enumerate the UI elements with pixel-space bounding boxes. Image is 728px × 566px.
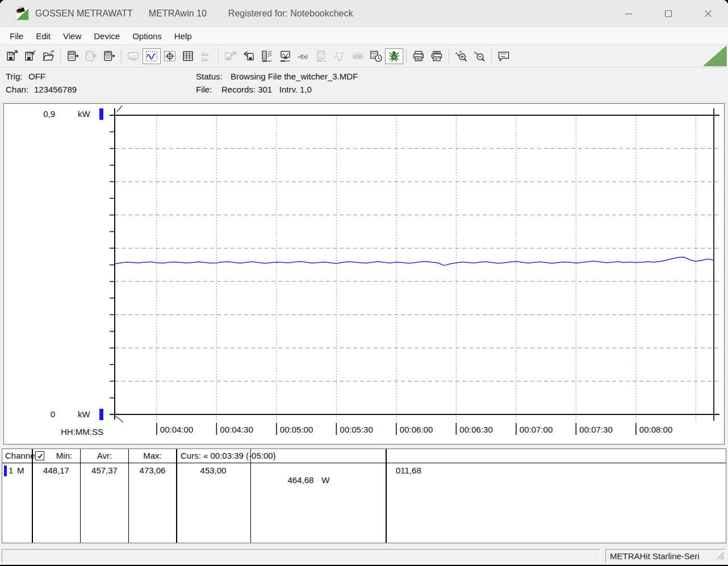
toolbar-separator <box>406 49 407 63</box>
status-label: Status: <box>196 72 223 81</box>
svg-text:00:07:00: 00:07:00 <box>520 425 553 434</box>
registered-for-text: Registered for: Notebookcheck <box>228 9 353 19</box>
col-header-min: Min: <box>48 451 81 460</box>
view-numeric-button: 1257 <box>124 48 143 64</box>
device-setup-button <box>312 48 330 64</box>
window-controls <box>609 0 728 27</box>
date-time-button[interactable]: 12 <box>367 48 385 64</box>
maximize-button[interactable] <box>648 0 688 27</box>
app-window: GOSSEN METRAWATT METRAwin 10 Registered … <box>0 0 728 565</box>
menu-item-view[interactable]: View <box>57 29 87 43</box>
formula-editor-button[interactable]: =f(x) <box>294 48 312 64</box>
col-header-cursor: Curs: « 00:03:39 (-05:00) <box>181 451 276 460</box>
row-cursor1-value: 453,00 <box>176 466 250 475</box>
close-button[interactable] <box>688 0 728 27</box>
row-channel-number: 1 <box>9 466 13 475</box>
resize-grip[interactable] <box>716 551 725 561</box>
svg-text:00:06:00: 00:06:00 <box>400 425 433 434</box>
svg-text:00:04:30: 00:04:30 <box>220 425 253 434</box>
save-button[interactable] <box>21 48 39 64</box>
toolbar-separator <box>60 49 61 63</box>
svg-text:00:05:00: 00:05:00 <box>280 425 313 434</box>
statusbar-device-panel: METRAHit Starline-Seri <box>605 549 726 563</box>
status-value: Browsing File the_witcher_3.MDF <box>231 72 358 81</box>
channels-setup-button[interactable] <box>258 48 276 64</box>
disconnect-device-button <box>82 48 100 64</box>
channel-visible-checkbox[interactable] <box>35 451 44 460</box>
minimize-button[interactable] <box>609 0 648 27</box>
statusbar: METRAHit Starline-Seri <box>0 547 728 565</box>
debug-monitor-button[interactable] <box>385 48 403 64</box>
chart-panel: 0,9 kW 0 kW HH:MM:SS 00:04:0000:04:3000:… <box>3 103 725 445</box>
svg-text:00:06:30: 00:06:30 <box>459 425 492 434</box>
menu-item-help[interactable]: Help <box>168 29 198 43</box>
view-histogram-button <box>197 48 215 64</box>
toolbar-separator <box>491 49 492 63</box>
save-as-button[interactable] <box>3 48 21 64</box>
channels-value: 123456789 <box>34 85 77 94</box>
view-xy-chart-button[interactable] <box>161 48 179 64</box>
svg-text:00:05:30: 00:05:30 <box>340 425 373 434</box>
view-yt-chart-button[interactable] <box>143 48 161 64</box>
svg-text:00:08:00: 00:08:00 <box>639 425 672 434</box>
toolbar-separator <box>121 49 122 63</box>
product-title: METRAwin 10 <box>149 9 207 19</box>
print-report-button[interactable] <box>428 48 446 64</box>
chart-plot[interactable]: 00:04:0000:04:3000:05:0000:05:3000:06:00… <box>4 104 723 443</box>
brand-triangle-logo <box>703 45 727 69</box>
col-header-channel: Channel: <box>5 451 39 460</box>
row-cursor2-unit: W <box>321 475 329 485</box>
col-header-avr: Avr: <box>80 451 129 460</box>
import-data-button[interactable] <box>240 48 258 64</box>
channel-color-bar <box>4 466 7 476</box>
zoom-in-button[interactable] <box>452 48 470 64</box>
trigger-setup-button <box>330 48 349 64</box>
toolbar-separator <box>218 49 219 63</box>
file-label: File: <box>196 85 212 94</box>
toolbar-separator <box>449 49 449 63</box>
export-data-button <box>221 48 240 64</box>
info-area: Trig: OFF Chan: 123456789 Status: Browsi… <box>0 68 728 103</box>
channels-label: Chan: <box>6 85 28 94</box>
toolbar: M1257=f(x)12 <box>0 45 728 68</box>
row-min-value: 448,17 <box>32 466 81 475</box>
file-value: Records: 301 Intrv. 1,0 <box>221 85 312 94</box>
table-header-rule <box>2 463 726 463</box>
svg-text:M: M <box>107 52 109 55</box>
svg-text:1257: 1257 <box>129 53 137 57</box>
row-cursor2-cell: 464,68W <box>250 466 353 494</box>
trigger-label: Trig: <box>6 72 22 81</box>
view-table-button[interactable] <box>179 48 197 64</box>
app-logo-icon <box>15 6 30 21</box>
statusbar-message-panel <box>2 549 600 563</box>
menu-item-edit[interactable]: Edit <box>30 29 57 43</box>
read-memory-button[interactable]: M <box>100 48 118 64</box>
titlebar: GOSSEN METRAWATT METRAwin 10 Registered … <box>0 0 728 27</box>
app-title: GOSSEN METRAWATT <box>35 9 133 19</box>
menu-item-file[interactable]: File <box>3 29 30 43</box>
comment-button[interactable] <box>495 48 513 64</box>
row-delta-value: 011,68 <box>396 466 421 475</box>
svg-text:=f(x): =f(x) <box>298 53 308 59</box>
trigger-value: OFF <box>28 72 45 81</box>
display-setup-button[interactable] <box>276 48 294 64</box>
sampling-setup-button <box>349 48 367 64</box>
row-cursor2-value: 464,68 <box>287 475 313 485</box>
open-file-button[interactable] <box>39 48 57 64</box>
col-header-max: Max: <box>128 451 177 460</box>
print-chart-button[interactable] <box>409 48 428 64</box>
svg-text:00:04:00: 00:04:00 <box>160 425 193 434</box>
svg-text:00:07:30: 00:07:30 <box>579 425 612 434</box>
menubar: FileEditViewDeviceOptionsHelp <box>0 27 728 45</box>
menu-item-device[interactable]: Device <box>87 29 126 43</box>
connected-device-name: METRAHit Starline-Seri <box>610 551 700 561</box>
read-device-button[interactable] <box>64 48 82 64</box>
row-avr-value: 457,37 <box>80 466 129 475</box>
row-channel-mode: M <box>17 466 24 475</box>
zoom-out-button[interactable] <box>470 48 488 64</box>
measurement-table: Channel: Min: Avr: Max: Curs: « 00:03:39… <box>2 448 726 543</box>
menu-item-options[interactable]: Options <box>126 29 168 43</box>
row-max-value: 473,06 <box>128 466 177 475</box>
